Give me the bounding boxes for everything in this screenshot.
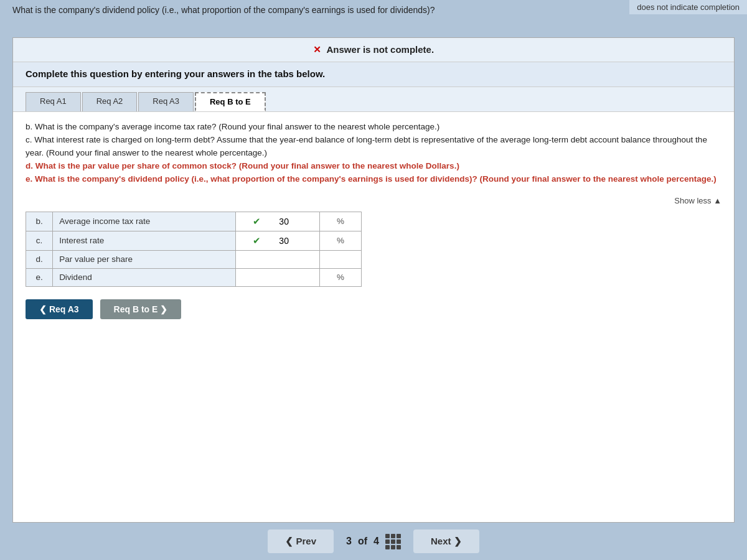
content-area: b. What is the company's average income … [13, 112, 734, 328]
input-d[interactable] [259, 254, 296, 264]
question-text: b. What is the company's average income … [26, 121, 721, 186]
next-button[interactable]: Next ❯ [413, 530, 479, 553]
row-e-label: e. [26, 268, 53, 286]
top-bar-text: does not indicate completion [637, 2, 740, 12]
answer-not-complete-banner: ✕ Answer is not complete. [13, 38, 734, 62]
complete-instruction-text: Complete this question by entering your … [26, 68, 325, 79]
table-row: e. Dividend % [26, 268, 362, 286]
row-b-value: ✔ [236, 212, 320, 231]
prev-button[interactable]: ❮ Prev [268, 530, 334, 553]
part-e-text: e. What is the company's dividend policy… [26, 174, 716, 184]
row-b-label: b. [26, 212, 53, 231]
table-row: c. Interest rate ✔ % [26, 231, 362, 250]
row-e-value [236, 268, 320, 286]
table-row: d. Par value per share [26, 250, 362, 268]
part-c-text: c. What interest rate is charged on long… [26, 135, 707, 157]
page-of: of [358, 536, 367, 547]
tab-req-a1[interactable]: Req A1 [26, 92, 81, 111]
page-current: 3 [346, 536, 352, 547]
row-e-desc: Dividend [53, 268, 236, 286]
row-e-unit: % [320, 268, 362, 286]
top-question-text: What is the company's dividend policy (i… [12, 5, 435, 15]
tab-req-a2[interactable]: Req A2 [82, 92, 138, 111]
check-icon-b: ✔ [253, 216, 261, 227]
show-less[interactable]: Show less ▲ [26, 196, 721, 205]
row-b-unit: % [320, 212, 362, 231]
main-container: ✕ Answer is not complete. Complete this … [12, 37, 735, 523]
row-c-unit: % [320, 231, 362, 250]
tab-req-a3[interactable]: Req A3 [138, 92, 194, 111]
input-b[interactable] [265, 217, 303, 226]
input-e[interactable] [259, 273, 296, 282]
row-d-value [236, 250, 320, 268]
row-c-desc: Interest rate [53, 231, 236, 250]
page-info: 3 of 4 [346, 534, 401, 549]
show-less-text: Show less ▲ [674, 196, 721, 205]
answer-not-complete-text: Answer is not complete. [327, 44, 435, 55]
grid-icon[interactable] [385, 534, 401, 549]
next-req-button[interactable]: Req B to E ❯ [100, 299, 182, 319]
row-d-desc: Par value per share [53, 250, 236, 268]
x-icon: ✕ [313, 44, 321, 55]
row-c-label: c. [26, 231, 53, 250]
answer-table: b. Average income tax rate ✔ % c. Intere… [26, 212, 362, 287]
check-icon-c: ✔ [253, 235, 261, 246]
table-row: b. Average income tax rate ✔ % [26, 212, 362, 231]
row-d-unit [320, 250, 362, 268]
complete-instruction: Complete this question by entering your … [13, 62, 734, 87]
top-question: What is the company's dividend policy (i… [12, 5, 647, 15]
part-d-text: d. What is the par value per share of co… [26, 161, 459, 170]
tab-req-b-to-e[interactable]: Req B to E [195, 92, 266, 111]
part-b-text: b. What is the company's average income … [26, 122, 439, 131]
tabs-row: Req A1 Req A2 Req A3 Req B to E [13, 87, 734, 112]
top-bar: does not indicate completion [629, 0, 747, 14]
nav-buttons: ❮ Req A3 Req B to E ❯ [26, 299, 721, 319]
row-c-value: ✔ [236, 231, 320, 250]
page-total: 4 [374, 536, 379, 547]
row-d-label: d. [26, 250, 53, 268]
input-c[interactable] [265, 236, 303, 246]
bottom-bar: ❮ Prev 3 of 4 Next ❯ [0, 523, 747, 560]
row-b-desc: Average income tax rate [53, 212, 236, 231]
prev-req-button[interactable]: ❮ Req A3 [26, 299, 93, 319]
